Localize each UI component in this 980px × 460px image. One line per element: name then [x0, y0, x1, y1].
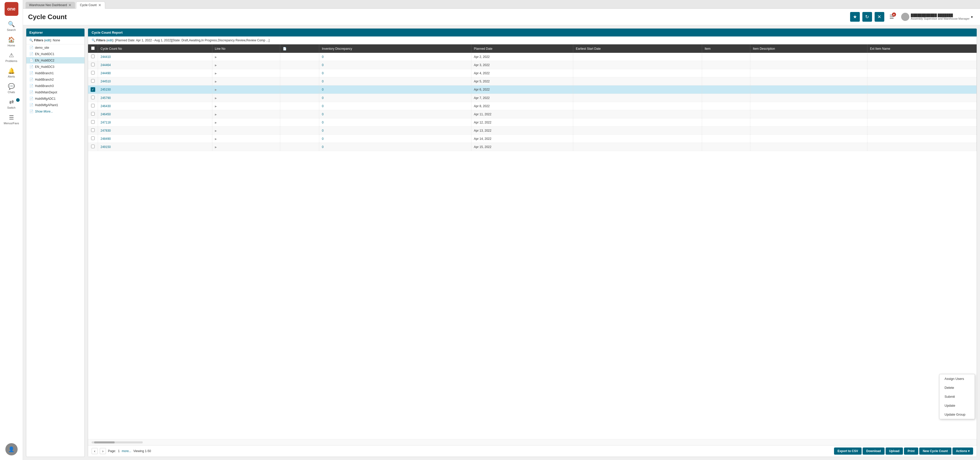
cell-inventory-discrepancy[interactable]: 0 — [319, 53, 471, 61]
cell-cycle-count-no[interactable]: 244490 — [98, 69, 212, 77]
row-checkbox-cell[interactable] — [88, 118, 98, 127]
row-checkbox[interactable] — [91, 79, 95, 82]
sidebar-item-switch[interactable]: ⇄ Switch — [0, 96, 23, 112]
sidebar-item-home[interactable]: 🏠 Home — [0, 34, 23, 49]
cell-inventory-discrepancy[interactable]: 0 — [319, 118, 471, 127]
context-menu-submit[interactable]: Submit — [939, 392, 975, 401]
cell-cycle-count-no[interactable]: 247830 — [98, 127, 212, 135]
context-menu-delete[interactable]: Delete — [939, 383, 975, 392]
cell-cycle-count-no[interactable]: 244510 — [98, 77, 212, 86]
cycle-count-link[interactable]: 246430 — [100, 104, 111, 108]
cycle-count-link[interactable]: 244490 — [100, 71, 111, 75]
new-cycle-count-button[interactable]: New Cycle Count — [919, 447, 951, 455]
menu-button[interactable]: ☰ ★ — [887, 12, 897, 22]
cell-inventory-discrepancy[interactable]: 0 — [319, 94, 471, 102]
expand-arrow-icon[interactable]: ▶ — [215, 146, 217, 149]
tab-cycle-count[interactable]: Cycle Count ✕ — [76, 2, 105, 9]
explorer-item-hub6branch3[interactable]: 📄 Hub6Branch3 — [26, 82, 84, 89]
report-filter-edit-link[interactable]: edit — [107, 38, 112, 42]
expand-arrow-icon[interactable]: ▶ — [215, 105, 217, 108]
explorer-item-show-more[interactable]: 📄 Show More... — [26, 108, 84, 114]
row-checkbox-cell[interactable] — [88, 102, 98, 110]
sidebar-item-alerts[interactable]: 🔔 Alerts — [0, 65, 23, 81]
row-checkbox[interactable]: ✓ — [91, 87, 95, 92]
expand-arrow-icon[interactable]: ▶ — [215, 129, 217, 132]
row-checkbox[interactable] — [91, 96, 95, 99]
explorer-item-en-hub6dc1[interactable]: 📄 EN_Hub6DC1 — [26, 51, 84, 57]
next-page-button[interactable]: › — [100, 448, 106, 454]
expand-arrow-icon[interactable]: ▶ — [215, 72, 217, 75]
expand-arrow-icon[interactable]: ▶ — [215, 56, 217, 59]
cycle-count-link[interactable]: 244410 — [100, 55, 111, 59]
explorer-item-hub6branch1[interactable]: 📄 Hub6Branch1 — [26, 70, 84, 76]
export-csv-button[interactable]: Export to CSV — [834, 447, 862, 455]
actions-button[interactable]: Actions ▾ — [953, 447, 973, 455]
cell-cycle-count-no[interactable]: 249150 — [98, 143, 212, 151]
row-checkbox-cell[interactable] — [88, 110, 98, 118]
row-checkbox[interactable] — [91, 55, 95, 58]
cycle-count-link[interactable]: 249150 — [100, 145, 111, 149]
row-checkbox[interactable] — [91, 128, 95, 132]
cycle-count-link[interactable]: 244464 — [100, 63, 111, 67]
upload-button[interactable]: Upload — [886, 447, 903, 455]
sidebar-item-menus[interactable]: ☰ Menus/Favs — [0, 112, 23, 127]
row-checkbox[interactable] — [91, 120, 95, 124]
sidebar-item-problems[interactable]: ⚠ Problems — [0, 49, 23, 65]
context-menu-assign-users[interactable]: Assign Users — [939, 374, 975, 383]
row-checkbox-cell[interactable] — [88, 61, 98, 69]
explorer-item-hub6maindepot[interactable]: 📄 Hub6MainDepot — [26, 89, 84, 95]
row-checkbox-cell[interactable] — [88, 77, 98, 86]
explorer-item-hub6branch2[interactable]: 📄 Hub6Branch2 — [26, 76, 84, 82]
tab-dashboard-close[interactable]: ✕ — [68, 3, 72, 7]
row-checkbox[interactable] — [91, 71, 95, 75]
refresh-button[interactable]: ↻ — [862, 12, 872, 22]
explorer-item-hub6mfgaplant1[interactable]: 📄 Hub6MfgAPlant1 — [26, 102, 84, 108]
select-all-header[interactable] — [88, 44, 98, 53]
cycle-count-link[interactable]: 247830 — [100, 129, 111, 132]
cell-inventory-discrepancy[interactable]: 0 — [319, 135, 471, 143]
row-checkbox[interactable] — [91, 104, 95, 108]
cell-inventory-discrepancy[interactable]: 0 — [319, 102, 471, 110]
tab-dashboard[interactable]: Warehouse Neo Dashboard ✕ — [25, 2, 75, 8]
sidebar-item-search[interactable]: 🔍 Search — [0, 18, 23, 34]
row-checkbox[interactable] — [91, 136, 95, 140]
cell-cycle-count-no[interactable]: 247118 — [98, 118, 212, 127]
row-checkbox[interactable] — [91, 145, 95, 148]
cycle-count-link[interactable]: 247118 — [100, 121, 111, 124]
cell-cycle-count-no[interactable]: 246430 — [98, 102, 212, 110]
sidebar-item-chats[interactable]: 💬 Chats — [0, 81, 23, 96]
cycle-count-link[interactable]: 248490 — [100, 137, 111, 141]
filter-edit-link[interactable]: edit — [45, 38, 50, 42]
row-checkbox-cell[interactable]: ✓ — [88, 86, 98, 94]
explorer-item-en-hub6dc2[interactable]: 📄 EN_Hub6DC2 — [26, 57, 84, 63]
cell-inventory-discrepancy[interactable]: 0 — [319, 86, 471, 94]
cycle-count-link[interactable]: 245150 — [100, 88, 111, 91]
select-all-checkbox[interactable] — [91, 46, 95, 50]
cell-cycle-count-no[interactable]: 245150 — [98, 86, 212, 94]
row-checkbox-cell[interactable] — [88, 143, 98, 151]
cell-inventory-discrepancy[interactable]: 0 — [319, 127, 471, 135]
cell-cycle-count-no[interactable]: 244464 — [98, 61, 212, 69]
expand-arrow-icon[interactable]: ▶ — [215, 80, 217, 83]
cell-cycle-count-no[interactable]: 244410 — [98, 53, 212, 61]
favorite-button[interactable]: ★ — [850, 12, 860, 22]
row-checkbox-cell[interactable] — [88, 53, 98, 61]
cell-inventory-discrepancy[interactable]: 0 — [319, 69, 471, 77]
row-checkbox-cell[interactable] — [88, 69, 98, 77]
cell-cycle-count-no[interactable]: 246450 — [98, 110, 212, 118]
expand-arrow-icon[interactable]: ▶ — [215, 113, 217, 116]
context-menu-update-group[interactable]: Update Group — [939, 410, 975, 419]
user-profile[interactable]: ████████████ ███████ Assembly Supervisor… — [899, 12, 975, 22]
print-button[interactable]: Print — [904, 447, 918, 455]
cycle-count-link[interactable]: 246450 — [100, 113, 111, 116]
expand-arrow-icon[interactable]: ▶ — [215, 64, 217, 67]
cell-inventory-discrepancy[interactable]: 0 — [319, 143, 471, 151]
row-checkbox[interactable] — [91, 112, 95, 116]
cell-inventory-discrepancy[interactable]: 0 — [319, 77, 471, 86]
expand-arrow-icon[interactable]: ▶ — [215, 138, 217, 140]
expand-arrow-icon[interactable]: ▶ — [215, 88, 217, 91]
more-pages-link[interactable]: more... — [122, 449, 131, 453]
avatar[interactable]: 👤 — [5, 443, 18, 455]
download-button[interactable]: Download — [862, 447, 884, 455]
expand-arrow-icon[interactable]: ▶ — [215, 97, 217, 100]
